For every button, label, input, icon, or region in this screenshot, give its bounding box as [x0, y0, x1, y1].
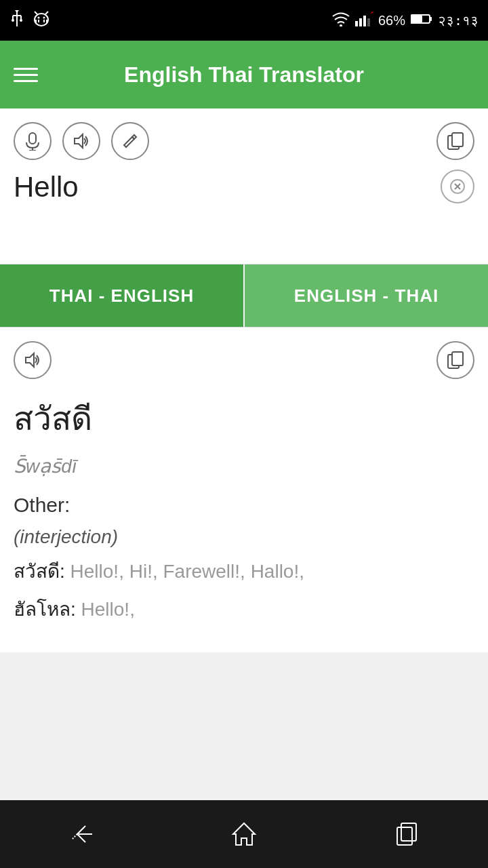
mic-button[interactable]: [14, 122, 52, 160]
other-label: Other:: [14, 494, 474, 517]
svg-rect-36: [452, 352, 463, 366]
app-header: English Thai Translator: [0, 41, 488, 108]
status-right-info: ✕ 66% २३:१३: [332, 12, 479, 30]
edit-button[interactable]: [111, 122, 149, 160]
app-title: English Thai Translator: [52, 62, 436, 87]
battery-icon: [411, 13, 432, 28]
entry-2-word: ฮัลโหล:: [14, 599, 76, 620]
svg-rect-17: [355, 21, 358, 26]
svg-rect-20: [367, 18, 370, 26]
entry-2: ฮัลโหล: Hello!,: [14, 595, 474, 624]
svg-rect-19: [363, 16, 366, 26]
status-bar: ✕ 66% २३:१३: [0, 0, 488, 41]
signal-icon: ✕: [355, 12, 373, 30]
input-text[interactable]: Hello: [14, 171, 474, 203]
svg-point-16: [340, 24, 342, 26]
thai-english-button[interactable]: THAI - ENGLISH: [0, 264, 243, 327]
svg-line-13: [45, 12, 48, 14]
speaker-button-input[interactable]: [62, 122, 100, 160]
svg-marker-38: [233, 823, 255, 845]
output-area: สวัสดี S̄wạs̄dī Other: (interjection) สว…: [0, 327, 488, 652]
entry-1-translations: Hello!, Hi!, Farewell!, Hallo!,: [65, 561, 304, 582]
wifi-icon: [332, 12, 350, 30]
english-thai-button[interactable]: ENGLISH - THAI: [245, 264, 488, 327]
back-button[interactable]: [54, 807, 108, 861]
svg-point-4: [12, 19, 14, 22]
entry-1-word: สวัสดี:: [14, 561, 65, 582]
nav-bar: [0, 800, 488, 868]
status-left-icons: [9, 9, 50, 32]
svg-rect-24: [411, 16, 422, 22]
svg-rect-18: [359, 18, 362, 26]
svg-point-5: [20, 19, 22, 22]
input-toolbar: [14, 122, 474, 160]
svg-marker-6: [15, 10, 19, 13]
main-translation: สวัสดี: [14, 393, 474, 444]
entry-2-translations: Hello!,: [76, 599, 135, 620]
entry-1: สวัสดี: Hello!, Hi!, Farewell!, Hallo!,: [14, 557, 474, 586]
svg-rect-39: [397, 827, 412, 845]
svg-line-12: [35, 12, 37, 14]
language-toggle: THAI - ENGLISH ENGLISH - THAI: [0, 264, 488, 327]
svg-rect-25: [29, 133, 36, 144]
copy-button-input[interactable]: [436, 122, 474, 160]
transliteration: S̄wạs̄dī: [14, 455, 474, 477]
recents-button[interactable]: [380, 807, 434, 861]
android-icon: [33, 9, 50, 32]
other-type: (interjection): [14, 526, 474, 548]
clear-button[interactable]: [441, 170, 474, 203]
speaker-button-output[interactable]: [14, 341, 52, 379]
usb-icon: [9, 9, 24, 32]
svg-text:✕: ✕: [370, 12, 373, 16]
menu-button[interactable]: [14, 68, 38, 82]
svg-point-14: [38, 17, 40, 19]
copy-button-output[interactable]: [436, 341, 474, 379]
home-button[interactable]: [217, 807, 271, 861]
svg-rect-30: [452, 133, 463, 146]
svg-point-15: [43, 17, 45, 19]
input-area: Hello: [0, 108, 488, 264]
output-toolbar: [14, 341, 474, 379]
svg-rect-23: [430, 17, 432, 21]
battery-percent: 66%: [378, 13, 405, 28]
svg-marker-34: [26, 353, 34, 367]
svg-marker-28: [75, 134, 83, 148]
time-display: २३:१३: [438, 12, 479, 28]
svg-rect-40: [401, 823, 416, 841]
